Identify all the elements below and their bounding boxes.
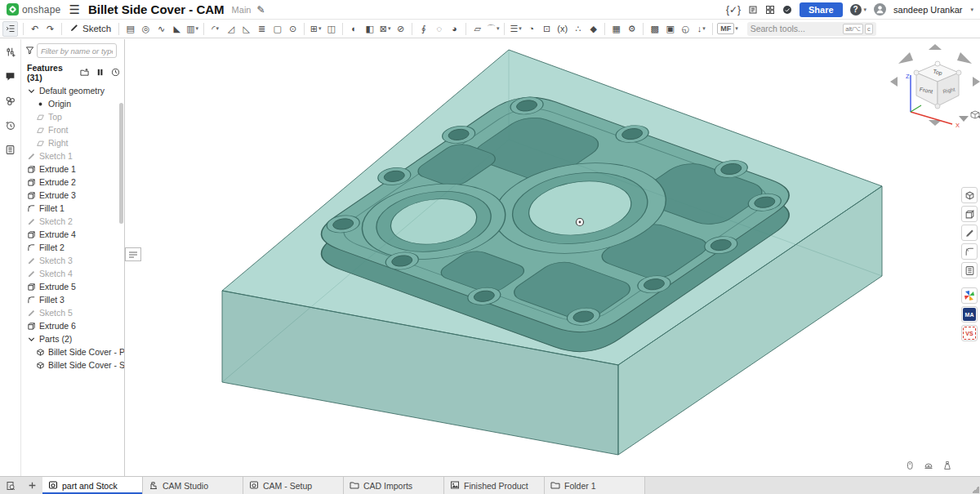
app-shortcut-ma[interactable]: MA (961, 306, 978, 323)
rollback-history-icon[interactable] (111, 68, 120, 78)
toolbar-sketch-button[interactable]: Sketch (65, 23, 115, 34)
feature-row[interactable]: Fillet 2 (21, 241, 124, 254)
toolbar-boolean-icon[interactable]: ◐ (346, 21, 362, 37)
follow-mode-panel-icon[interactable] (5, 96, 16, 108)
resize-corner-handle[interactable] (972, 486, 979, 493)
configurations-panel-icon[interactable] (5, 47, 16, 59)
view-settings-button[interactable] (959, 111, 980, 122)
toolbar-curve-icon[interactable]: ⌒▾ (485, 21, 501, 37)
search-tabs-button[interactable] (0, 477, 21, 494)
feature-row[interactable]: Parts (2) (21, 332, 124, 345)
toolbar-variable-table-icon[interactable]: ☰▾ (508, 21, 523, 37)
toolbar-plane-icon[interactable]: ▱ (470, 21, 485, 37)
document-panel-icon[interactable] (748, 5, 758, 15)
feature-row[interactable]: Extrude 2 (21, 176, 124, 189)
feature-row[interactable]: Billet Side Cover - Stock (21, 358, 124, 372)
tab-cam-studio[interactable]: CAM Studio (143, 477, 243, 494)
feature-row[interactable]: Sketch 3 (21, 254, 124, 267)
toolbar-split-icon[interactable]: ◧ (362, 21, 377, 37)
toolbar-composite-icon[interactable]: ∴ (570, 21, 586, 37)
toolbar-shell-icon[interactable]: ▢ (270, 21, 285, 37)
feature-row[interactable]: Fillet 3 (21, 293, 124, 306)
feature-row[interactable]: Sketch 1 (21, 149, 124, 162)
tab-finished-product[interactable]: Finished Product (444, 477, 545, 494)
tab-cam-setup[interactable]: CAM - Setup (243, 477, 344, 494)
toolbar-point-icon[interactable]: ◌ (431, 21, 447, 37)
share-button[interactable]: Share (800, 2, 843, 17)
feature-row[interactable]: Extrude 4 (21, 228, 124, 241)
app-shortcut-vs[interactable]: VS (961, 325, 978, 341)
tab-folder-1[interactable]: Folder 1 (545, 477, 645, 494)
toolbar-derived-icon[interactable]: ⊡ (539, 21, 555, 37)
globe-app-icon[interactable] (782, 5, 792, 15)
feature-row[interactable]: Extrude 5 (21, 280, 124, 293)
toolbar-hole-icon[interactable]: ⊙ (285, 21, 301, 37)
feature-filter-input[interactable] (37, 43, 117, 58)
feature-row[interactable]: Billet Side Cover - Part (21, 345, 124, 358)
mouse-icon[interactable] (905, 461, 915, 472)
toolbar-chamfer-icon[interactable]: ◿ (223, 21, 238, 37)
toolbar-loft-icon[interactable]: ◣ (169, 21, 185, 37)
toolbar-feature-list-toggle-button[interactable] (2, 21, 18, 37)
origin-marker[interactable] (577, 219, 584, 226)
chevron-down-icon[interactable]: ▾ (970, 7, 973, 13)
avatar[interactable] (874, 3, 886, 16)
app-shortcut-variable[interactable] (961, 262, 978, 278)
create-folder-icon[interactable] (80, 68, 89, 78)
feature-row[interactable]: Sketch 4 (21, 267, 124, 280)
app-shortcut-edit[interactable] (961, 225, 978, 241)
feature-row[interactable]: Fillet 1 (21, 202, 124, 215)
toolbar-history-icon[interactable]: ◔ (523, 21, 539, 37)
toolbar-linear-pattern-icon[interactable]: ⊞▾ (308, 21, 323, 37)
help-menu[interactable]: ? ▾ (850, 4, 867, 16)
app-shortcut-render[interactable] (961, 187, 978, 203)
feature-row[interactable]: Front (21, 123, 124, 136)
onshape-logo[interactable]: onshape (7, 3, 60, 16)
toolbar-flange-icon[interactable]: ◵ (678, 21, 693, 37)
history-panel-icon[interactable] (5, 120, 16, 132)
tab-part-and-stock[interactable]: part and Stock (42, 477, 143, 494)
view-cube-body[interactable]: Top Front Right (914, 61, 961, 109)
toolbar-tag-icon[interactable]: ◆ (586, 21, 601, 37)
toolbar-transform-icon[interactable]: ⊠▾ (377, 21, 393, 37)
filter-funnel-icon[interactable] (25, 46, 34, 56)
toolbar-revolve-icon[interactable]: ◎ (138, 21, 154, 37)
stock-block[interactable] (222, 50, 882, 455)
tab-cad-imports[interactable]: CAD Imports (344, 477, 444, 494)
toolbar-extrude-icon[interactable]: ▤ (122, 21, 138, 37)
comments-panel-icon[interactable] (5, 71, 16, 83)
app-grid-icon[interactable] (765, 5, 775, 15)
toolbar-sheet-metal-tools-icon[interactable]: ⚙ (624, 21, 639, 37)
toolbar-sweep-icon[interactable]: ∿ (154, 21, 169, 37)
viewport-3d-scene[interactable] (125, 39, 980, 476)
rename-pencil-icon[interactable]: ✎ (256, 4, 265, 16)
toolbar-draft-icon[interactable]: ◺ (238, 21, 254, 37)
suppress-icon[interactable] (96, 68, 105, 78)
toolbar-custom-feature-mf[interactable]: MF▾ (716, 21, 739, 37)
toolbar-redo-icon[interactable]: ↷ (42, 21, 58, 37)
graphics-viewport[interactable]: Top Front Right Z X MAVS (125, 39, 980, 476)
feature-row[interactable]: Extrude 3 (21, 189, 124, 202)
toolbar-helix-icon[interactable]: ∮ (416, 21, 431, 37)
feature-row[interactable]: Sketch 5 (21, 306, 124, 319)
main-menu-icon[interactable]: ☰ (66, 2, 82, 17)
toolbar-frame-icon[interactable]: ▩ (647, 21, 662, 37)
feature-row[interactable]: Top (21, 110, 124, 123)
feature-row[interactable]: Extrude 6 (21, 319, 124, 332)
app-shortcut-gear[interactable] (961, 243, 978, 260)
toolbar-export-icon[interactable]: ↓▾ (693, 21, 709, 37)
featurescript-notices-icon[interactable]: {✓} (726, 4, 741, 16)
search-tools-box[interactable]: Search tools...alt/⌥c (747, 22, 876, 36)
notes-panel-icon[interactable] (5, 145, 16, 157)
toolbar-delete-part-icon[interactable]: ⊘ (393, 21, 408, 37)
weight-scale-icon[interactable] (942, 461, 952, 472)
feature-list-scrollbar[interactable] (119, 103, 123, 224)
toolbar-undo-icon[interactable]: ↶ (27, 21, 42, 37)
app-shortcut-cube-blue[interactable] (961, 206, 978, 222)
toolbar-thicken-icon[interactable]: ▥▾ (185, 21, 200, 37)
feature-row[interactable]: Sketch 2 (21, 215, 124, 228)
toolbar-copy-icon[interactable]: ▣ (662, 21, 678, 37)
branch-label[interactable]: Main (232, 5, 252, 15)
feature-row[interactable]: Default geometry (21, 84, 124, 97)
dome-camera-icon[interactable] (924, 461, 933, 472)
